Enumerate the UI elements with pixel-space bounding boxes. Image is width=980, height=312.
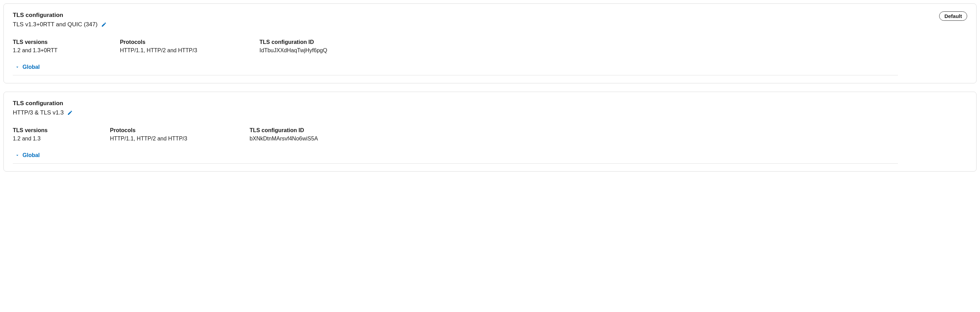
expander-section: Global <box>13 152 967 164</box>
card-subtitle-row: TLS v1.3+0RTT and QUIC (347) <box>13 21 107 28</box>
chevron-down-icon <box>15 153 20 158</box>
field-label: TLS configuration ID <box>259 39 327 45</box>
edit-icon[interactable] <box>100 21 107 28</box>
global-expander[interactable]: Global <box>13 152 40 163</box>
card-subtitle: TLS v1.3+0RTT and QUIC (347) <box>13 21 98 28</box>
tls-config-card: TLS configuration TLS v1.3+0RTT and QUIC… <box>3 3 977 83</box>
field-value: IdTbuJXXdHaqTwjHyf6pgQ <box>259 48 327 54</box>
edit-icon[interactable] <box>67 109 73 116</box>
default-badge: Default <box>939 11 967 21</box>
tls-config-card: TLS configuration HTTP/3 & TLS v1.3 TLS … <box>3 92 977 171</box>
field-tls-versions: TLS versions 1.2 and 1.3+0RTT <box>13 39 57 54</box>
field-label: TLS versions <box>13 39 57 45</box>
field-label: Protocols <box>110 127 187 133</box>
chevron-down-icon <box>15 65 20 70</box>
field-value: 1.2 and 1.3 <box>13 136 48 142</box>
card-subtitle-row: HTTP/3 & TLS v1.3 <box>13 109 73 116</box>
card-header: TLS configuration TLS v1.3+0RTT and QUIC… <box>13 11 967 28</box>
fields-row: TLS versions 1.2 and 1.3 Protocols HTTP/… <box>13 127 967 142</box>
field-config-id: TLS configuration ID IdTbuJXXdHaqTwjHyf6… <box>259 39 327 54</box>
field-protocols: Protocols HTTP/1.1, HTTP/2 and HTTP/3 <box>110 127 187 142</box>
field-value: HTTP/1.1, HTTP/2 and HTTP/3 <box>120 48 197 54</box>
field-label: TLS configuration ID <box>250 127 318 133</box>
card-title: TLS configuration <box>13 11 107 19</box>
field-tls-versions: TLS versions 1.2 and 1.3 <box>13 127 48 142</box>
field-label: Protocols <box>120 39 197 45</box>
field-value: bXNkDtnMArsvf4No6wiS5A <box>250 136 318 142</box>
divider <box>13 163 898 164</box>
field-label: TLS versions <box>13 127 48 133</box>
expander-section: Global <box>13 64 967 75</box>
global-expander[interactable]: Global <box>13 64 40 75</box>
card-title-block: TLS configuration TLS v1.3+0RTT and QUIC… <box>13 11 107 28</box>
expander-label: Global <box>22 152 40 158</box>
field-config-id: TLS configuration ID bXNkDtnMArsvf4No6wi… <box>250 127 318 142</box>
card-title-block: TLS configuration HTTP/3 & TLS v1.3 <box>13 100 73 116</box>
card-subtitle: HTTP/3 & TLS v1.3 <box>13 109 64 116</box>
field-value: 1.2 and 1.3+0RTT <box>13 48 57 54</box>
expander-label: Global <box>22 64 40 70</box>
fields-row: TLS versions 1.2 and 1.3+0RTT Protocols … <box>13 39 967 54</box>
field-protocols: Protocols HTTP/1.1, HTTP/2 and HTTP/3 <box>120 39 197 54</box>
card-title: TLS configuration <box>13 100 73 107</box>
card-header: TLS configuration HTTP/3 & TLS v1.3 <box>13 100 967 116</box>
field-value: HTTP/1.1, HTTP/2 and HTTP/3 <box>110 136 187 142</box>
